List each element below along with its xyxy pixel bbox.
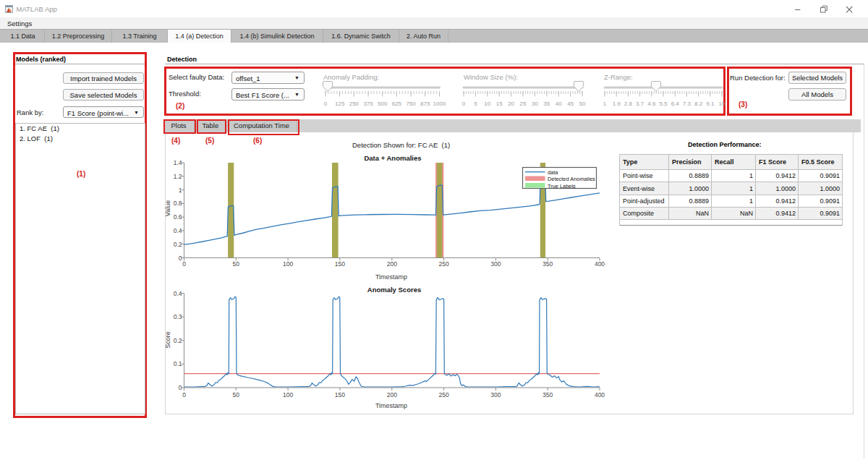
svg-text:1.4: 1.4 [174, 159, 182, 166]
svg-text:1000: 1000 [433, 101, 446, 107]
svg-text:Score: Score [165, 331, 171, 349]
svg-text:875: 875 [420, 101, 430, 107]
svg-text:40: 40 [556, 101, 562, 107]
svg-text:500: 500 [378, 101, 388, 107]
svg-text:50: 50 [579, 101, 586, 107]
svg-text:1: 1 [179, 187, 182, 194]
svg-text:Data + Anomalies: Data + Anomalies [364, 154, 421, 162]
svg-text:375: 375 [363, 101, 373, 107]
svg-text:100: 100 [283, 260, 293, 268]
svg-text:9.1: 9.1 [706, 101, 715, 107]
svg-text:200: 200 [387, 260, 397, 268]
svg-text:0.4: 0.4 [174, 290, 182, 297]
svg-text:0: 0 [179, 255, 182, 262]
svg-text:10: 10 [719, 101, 726, 107]
svg-text:50: 50 [233, 260, 240, 268]
svg-text:125: 125 [335, 101, 345, 107]
svg-text:1.2: 1.2 [174, 173, 182, 180]
svg-text:300: 300 [490, 260, 501, 268]
svg-text:Anomaly Scores: Anomaly Scores [367, 286, 421, 294]
svg-text:8.2: 8.2 [694, 101, 703, 107]
svg-text:0: 0 [182, 260, 186, 268]
svg-text:5.5: 5.5 [659, 101, 668, 107]
svg-text:data: data [548, 169, 558, 176]
svg-text:400: 400 [595, 260, 605, 268]
svg-text:6.4: 6.4 [671, 101, 680, 107]
svg-text:0.3: 0.3 [174, 313, 182, 320]
svg-text:0.6: 0.6 [174, 213, 182, 221]
svg-text:5: 5 [474, 101, 477, 107]
svg-text:400: 400 [595, 391, 605, 398]
svg-text:0: 0 [462, 101, 466, 107]
svg-text:35: 35 [543, 101, 550, 107]
svg-text:0.8: 0.8 [174, 200, 182, 207]
svg-text:0: 0 [324, 101, 328, 107]
svg-text:True Labels: True Labels [548, 183, 576, 189]
svg-text:3.7: 3.7 [636, 101, 644, 107]
svg-text:250: 250 [349, 101, 359, 107]
svg-text:0: 0 [182, 391, 186, 398]
svg-text:1: 1 [603, 101, 607, 107]
svg-text:750: 750 [406, 101, 416, 107]
svg-text:0.1: 0.1 [174, 360, 182, 367]
svg-text:150: 150 [335, 260, 345, 268]
svg-text:Timestamp: Timestamp [375, 273, 407, 281]
svg-text:Detected Anomalies: Detected Anomalies [548, 176, 595, 182]
svg-text:100: 100 [283, 391, 293, 398]
svg-text:20: 20 [508, 101, 514, 107]
svg-text:150: 150 [335, 391, 345, 398]
svg-text:7.3: 7.3 [683, 101, 692, 107]
svg-text:0.2: 0.2 [174, 241, 182, 248]
svg-text:Timestamp: Timestamp [375, 402, 407, 409]
svg-text:350: 350 [542, 391, 553, 398]
svg-text:200: 200 [387, 391, 397, 398]
svg-text:30: 30 [532, 101, 538, 107]
svg-text:50: 50 [233, 391, 240, 398]
svg-text:1.9: 1.9 [613, 101, 621, 107]
svg-text:250: 250 [439, 260, 449, 268]
svg-text:45: 45 [567, 101, 574, 107]
svg-text:Value: Value [165, 200, 171, 216]
svg-text:250: 250 [439, 391, 449, 398]
svg-text:0.4: 0.4 [174, 227, 182, 234]
svg-text:300: 300 [490, 391, 501, 398]
svg-text:15: 15 [496, 101, 503, 107]
svg-text:625: 625 [392, 101, 402, 107]
svg-text:25: 25 [520, 101, 527, 107]
svg-text:350: 350 [542, 260, 553, 268]
svg-text:0.2: 0.2 [174, 337, 182, 344]
svg-text:0: 0 [179, 384, 182, 391]
svg-text:4.6: 4.6 [647, 101, 656, 107]
svg-text:2.8: 2.8 [624, 101, 633, 107]
svg-text:10: 10 [484, 101, 490, 107]
